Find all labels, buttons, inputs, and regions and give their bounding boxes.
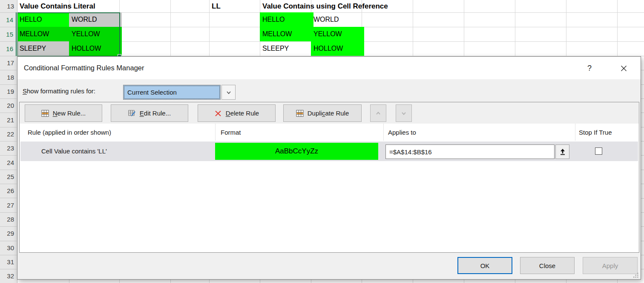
edit-rule-button[interactable]: Edit Rule... <box>111 104 188 122</box>
sheet-cell[interactable]: LL <box>209 0 221 12</box>
row-header-27[interactable]: 27 <box>0 198 17 213</box>
help-button[interactable]: ? <box>583 62 596 74</box>
combobox-value: Current Selection <box>127 89 177 96</box>
column-header-applies-to: Applies to <box>384 124 575 141</box>
sheet-cell[interactable]: WORLD <box>69 12 122 27</box>
table-grid-icon <box>296 110 304 117</box>
close-icon <box>621 65 627 72</box>
sheet-cell[interactable]: SLEEPY <box>17 41 72 56</box>
new-rule-button[interactable]: New Rule... <box>25 104 102 122</box>
close-dialog-button[interactable]: Close <box>520 257 575 274</box>
sheet-cell[interactable]: HELLO <box>260 12 313 27</box>
excel-window: Value Contains LiteralLLValue Contains u… <box>0 0 644 283</box>
show-rules-label: Show formatting rules for: <box>23 87 95 95</box>
sheet-cell[interactable]: MELLOW <box>17 27 72 41</box>
new-rule-label: New Rule... <box>53 110 86 117</box>
row-header-32[interactable]: 32 <box>0 269 17 283</box>
row-header-16[interactable]: 16 <box>0 41 17 56</box>
close-button[interactable] <box>617 62 630 74</box>
row-header-20[interactable]: 20 <box>0 98 17 113</box>
rule-row[interactable]: Cell Value contains 'LL' AaBbCcYyZz =$A$… <box>20 142 638 161</box>
row-header-29[interactable]: 29 <box>0 226 17 241</box>
sheet-cell[interactable]: HELLO <box>17 12 72 27</box>
chevron-up-icon <box>375 110 382 117</box>
resize-grip-icon[interactable] <box>633 272 638 277</box>
rules-frame: New Rule... Edit Rule... Delete Rule <box>19 102 639 253</box>
row-header-25[interactable]: 25 <box>0 170 17 184</box>
row-header-19[interactable]: 19 <box>0 84 17 99</box>
edit-rule-label: Edit Rule... <box>140 110 171 117</box>
row-header-22[interactable]: 22 <box>0 127 17 142</box>
collapse-dialog-icon <box>559 148 566 156</box>
delete-x-icon <box>214 110 222 117</box>
row-header-15[interactable]: 15 <box>0 27 17 42</box>
row-header-26[interactable]: 26 <box>0 184 17 198</box>
show-rules-combobox[interactable]: Current Selection <box>123 85 221 100</box>
sheet-cell[interactable]: HOLLOW <box>311 41 364 56</box>
sheet-cell[interactable]: Value Contains using Cell Reference <box>260 0 388 12</box>
duplicate-rule-button[interactable]: Duplicate Rule <box>283 104 362 122</box>
sheet-cell[interactable]: Value Contains Literal <box>17 0 95 12</box>
ok-button[interactable]: OK <box>457 257 512 274</box>
chevron-down-icon <box>400 110 407 117</box>
sheet-cell[interactable]: YELLOW <box>311 27 364 41</box>
row-header-column: 1314151617181920212223242526272829303132 <box>0 0 17 283</box>
combobox-dropdown-button[interactable] <box>221 85 236 100</box>
delete-rule-label: Delete Rule <box>226 110 259 117</box>
move-rule-up-button[interactable] <box>370 104 386 122</box>
row-header-17[interactable]: 17 <box>0 56 17 70</box>
edit-pencil-icon <box>128 110 136 117</box>
sheet-cell[interactable]: MELLOW <box>260 27 313 41</box>
move-rule-down-button[interactable] <box>396 104 412 122</box>
rules-toolbar: New Rule... Edit Rule... Delete Rule <box>20 102 639 124</box>
rule-format-preview: AaBbCcYyZz <box>215 143 378 160</box>
help-icon: ? <box>587 64 592 73</box>
row-header-21[interactable]: 21 <box>0 113 17 127</box>
applies-to-input[interactable]: =$A$14:$B$16 <box>385 144 555 159</box>
cf-rules-manager-dialog: Conditional Formatting Rules Manager ? S… <box>17 56 641 280</box>
sheet-cell[interactable]: WORLD <box>311 12 339 27</box>
column-header-stop-if-true: Stop If True <box>575 124 638 141</box>
sheet-cell[interactable]: YELLOW <box>69 27 122 41</box>
sheet-cell[interactable]: HOLLOW <box>69 41 122 56</box>
apply-button[interactable]: Apply <box>583 257 638 274</box>
row-header-24[interactable]: 24 <box>0 155 17 170</box>
column-header-rule: Rule (applied in order shown) <box>20 124 216 141</box>
chevron-down-icon <box>225 89 232 96</box>
row-header-23[interactable]: 23 <box>0 141 17 156</box>
table-grid-icon <box>41 110 49 117</box>
sheet-cell[interactable]: SLEEPY <box>260 41 289 56</box>
row-header-14[interactable]: 14 <box>0 12 17 27</box>
delete-rule-button[interactable]: Delete Rule <box>198 104 276 122</box>
row-header-28[interactable]: 28 <box>0 212 17 227</box>
dialog-titlebar[interactable]: Conditional Formatting Rules Manager ? <box>17 57 641 79</box>
stop-if-true-checkbox[interactable] <box>595 147 602 155</box>
row-header-30[interactable]: 30 <box>0 241 17 255</box>
dialog-title: Conditional Formatting Rules Manager <box>24 57 144 79</box>
row-header-31[interactable]: 31 <box>0 255 17 269</box>
range-picker-button[interactable] <box>555 144 569 159</box>
duplicate-rule-label: Duplicate Rule <box>308 110 349 117</box>
column-header-format: Format <box>216 124 384 141</box>
rule-description: Cell Value contains 'LL' <box>41 142 107 161</box>
rules-list-header: Rule (applied in order shown) Format App… <box>20 124 638 141</box>
row-header-18[interactable]: 18 <box>0 70 17 84</box>
row-header-13[interactable]: 13 <box>0 0 17 13</box>
